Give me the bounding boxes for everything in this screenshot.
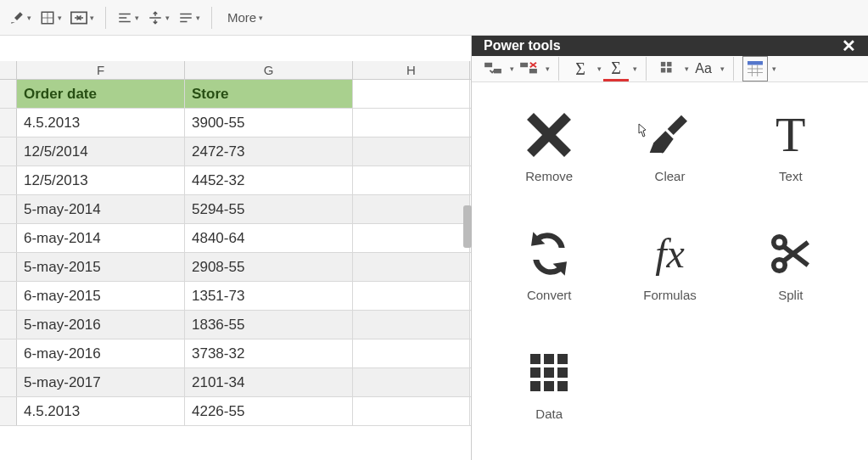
cell[interactable]: 4226-55 [185, 397, 353, 425]
dropdown-caret-icon: ▾ [135, 14, 139, 22]
cell[interactable] [353, 311, 470, 339]
power-tools-panel: Power tools ✕ ▾ ▾ Σ ▾ Σ ▾ ▾ Aa ▾ [472, 36, 868, 460]
grid-tool-button[interactable] [655, 56, 680, 81]
svg-rect-33 [530, 367, 540, 378]
cell[interactable]: 4.5.2013 [17, 397, 185, 425]
panel-toolbar: ▾ ▾ Σ ▾ Σ ▾ ▾ Aa ▾ ▾ [472, 56, 868, 82]
cell[interactable]: 1836-55 [185, 311, 353, 339]
cell[interactable]: 4.5.2013 [17, 109, 185, 137]
header-row: Order date Store [0, 80, 471, 109]
cell[interactable]: 12/5/2014 [17, 137, 185, 165]
row-gutter [0, 368, 17, 396]
horizontal-align-button[interactable]: ▾ [115, 6, 142, 30]
svg-rect-14 [529, 69, 537, 73]
row-gutter [0, 253, 17, 281]
toolbar-separator [733, 57, 734, 81]
cell[interactable]: 5-may-2016 [17, 311, 185, 339]
cell-header-order-date[interactable]: Order date [17, 80, 185, 108]
table-row: 6-may-2015 1351-73 [0, 282, 471, 311]
cell[interactable]: 6-may-2014 [17, 224, 185, 252]
tool-label: Split [778, 288, 803, 302]
case-button[interactable]: Aa [691, 56, 716, 81]
remove-rows-button[interactable] [516, 56, 541, 81]
cell[interactable]: 6-may-2016 [17, 339, 185, 367]
cell[interactable]: 5-may-2014 [17, 195, 185, 223]
svg-rect-35 [557, 367, 568, 378]
cell[interactable]: 4452-32 [185, 166, 353, 194]
dropdown-caret-icon: ▾ [196, 14, 200, 22]
svg-rect-20 [667, 68, 671, 72]
tool-remove[interactable]: Remove [489, 108, 609, 227]
cell[interactable]: 3738-32 [185, 339, 353, 367]
tool-data[interactable]: Data [489, 345, 609, 460]
cell[interactable] [353, 109, 470, 137]
cell[interactable] [353, 195, 470, 223]
sum-underline-button[interactable]: Σ [603, 56, 629, 81]
borders-button[interactable]: ▾ [37, 6, 64, 30]
vertical-scrollbar-thumb[interactable] [463, 205, 472, 248]
more-button[interactable]: More ▾ [221, 6, 270, 30]
cell[interactable]: 5-may-2017 [17, 368, 185, 396]
cell[interactable]: 2472-73 [185, 137, 353, 165]
column-header-G[interactable]: G [185, 61, 353, 79]
dedupe-button[interactable] [480, 56, 506, 81]
grid-icon [522, 345, 576, 400]
cell[interactable] [353, 368, 470, 396]
table-tool-button[interactable] [742, 56, 768, 81]
svg-rect-13 [520, 63, 528, 67]
workarea: F G H Order date Store 4.5.2013 3900-55 … [0, 36, 868, 460]
dropdown-caret-icon: ▾ [720, 65, 725, 73]
text-icon: T [764, 108, 818, 162]
row-gutter [0, 224, 17, 252]
cell-header-store[interactable]: Store [185, 80, 353, 108]
tool-split[interactable]: Split [731, 227, 851, 345]
cell[interactable] [353, 137, 470, 165]
cell[interactable]: 2101-34 [185, 368, 353, 396]
cell[interactable]: 1351-73 [185, 282, 353, 310]
table-row: 5-may-2017 2101-34 [0, 368, 471, 397]
vertical-align-button[interactable]: ▾ [145, 6, 172, 30]
toolbar-separator [211, 7, 212, 29]
toolbar-separator [558, 57, 559, 81]
cell[interactable]: 3900-55 [185, 109, 353, 137]
cell[interactable] [353, 282, 470, 310]
svg-rect-21 [748, 61, 763, 65]
tool-convert[interactable]: Convert [489, 227, 609, 345]
svg-rect-11 [484, 63, 492, 67]
svg-rect-19 [661, 68, 665, 72]
svg-rect-30 [530, 354, 540, 364]
cell[interactable]: 6-may-2015 [17, 282, 185, 310]
text-wrap-button[interactable]: ▾ [176, 6, 203, 30]
column-header-F[interactable]: F [17, 61, 185, 79]
cell[interactable] [353, 224, 470, 252]
tool-clear[interactable]: Clear [609, 108, 730, 227]
cell[interactable]: 5-may-2015 [17, 253, 185, 281]
broom-icon [642, 108, 697, 162]
cell[interactable]: 12/5/2013 [17, 166, 185, 194]
tool-formulas[interactable]: fx Formulas [609, 227, 730, 345]
tool-label: Formulas [643, 288, 697, 302]
cell[interactable] [353, 339, 470, 367]
row-gutter [0, 397, 17, 425]
row-gutter [0, 339, 17, 367]
sum-button[interactable]: Σ [568, 56, 593, 81]
cell[interactable] [353, 253, 470, 281]
dropdown-caret-icon: ▾ [546, 65, 550, 73]
tool-label: Clear [655, 169, 686, 183]
cell[interactable] [353, 397, 470, 425]
dropdown-caret-icon: ▾ [597, 65, 602, 73]
svg-rect-32 [557, 354, 568, 364]
merge-cells-button[interactable]: ▾ [68, 6, 97, 30]
cell[interactable]: 5294-55 [185, 195, 353, 223]
fill-color-button[interactable]: ▾ [7, 6, 34, 30]
cell[interactable] [353, 166, 470, 194]
column-header-H[interactable]: H [353, 61, 470, 79]
close-icon[interactable]: ✕ [842, 36, 856, 56]
cell[interactable]: 2908-55 [185, 253, 353, 281]
cell[interactable]: 4840-64 [185, 224, 353, 252]
tool-text[interactable]: T Text [731, 108, 851, 227]
cell[interactable] [353, 80, 470, 108]
svg-rect-34 [544, 367, 554, 378]
dropdown-caret-icon: ▾ [772, 65, 776, 73]
table-row: 6-may-2014 4840-64 [0, 224, 471, 253]
